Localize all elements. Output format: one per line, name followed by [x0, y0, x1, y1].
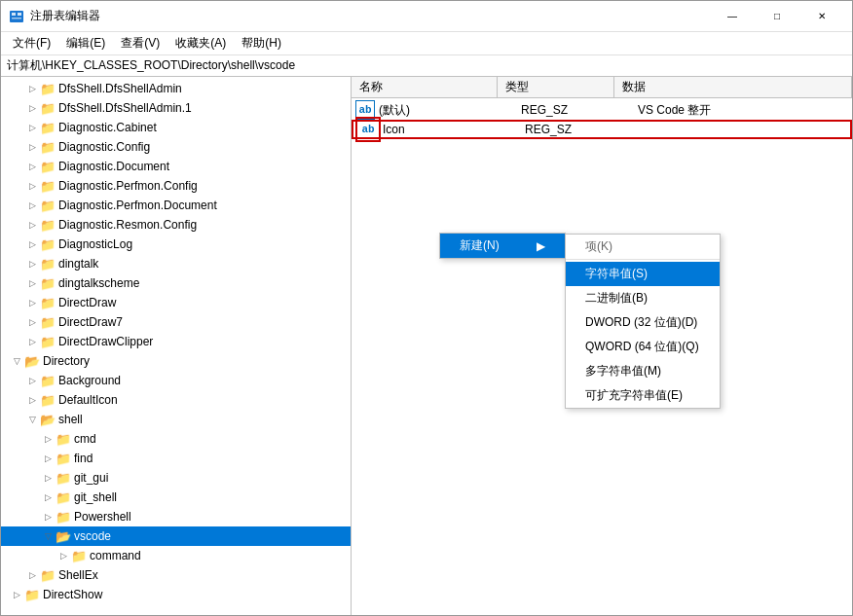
menu-bar: 文件(F) 编辑(E) 查看(V) 收藏夹(A) 帮助(H): [1, 32, 852, 55]
tree-item-find[interactable]: ▷ find: [1, 449, 351, 468]
folder-icon: [40, 392, 56, 408]
expander-dingtalk: ▷: [24, 256, 40, 272]
submenu-item-dword[interactable]: DWORD (32 位值)(D): [566, 310, 720, 335]
col-header-data[interactable]: 数据: [614, 77, 852, 97]
expander-cmd: ▷: [40, 431, 56, 447]
expander-gitgui: ▷: [40, 470, 56, 486]
menu-favorites[interactable]: 收藏夹(A): [167, 33, 234, 54]
folder-icon: [24, 587, 40, 602]
reg-name: (默认): [379, 102, 521, 119]
expander-diagperfmondoc: ▷: [24, 198, 40, 213]
expander-dingtalkscheme: ▷: [24, 275, 40, 291]
tree-label: Diagnostic.Config: [58, 140, 150, 154]
folder-icon: [40, 275, 56, 291]
tree-item-shellex[interactable]: ▷ ShellEx: [1, 565, 351, 585]
tree-item-background[interactable]: ▷ Background: [1, 371, 351, 390]
submenu-item-string[interactable]: 字符串值(S): [566, 262, 720, 286]
tree-item-gitshell[interactable]: ▷ git_shell: [1, 488, 351, 507]
tree-label: DfsShell.DfsShellAdmin.1: [58, 101, 192, 115]
tree-item-powershell[interactable]: ▷ Powershell: [1, 507, 351, 526]
title-bar-left: 注册表编辑器: [9, 8, 100, 24]
expander-shellex: ▷: [24, 567, 40, 583]
menu-view[interactable]: 查看(V): [113, 33, 167, 54]
folder-icon: [40, 314, 56, 330]
menu-edit[interactable]: 编辑(E): [58, 33, 113, 54]
tree-label: Diagnostic.Cabinet: [58, 121, 157, 134]
tree-label: dingtalk: [58, 257, 98, 271]
submenu-item-qword[interactable]: QWORD (64 位值)(Q): [566, 335, 720, 359]
folder-icon: [56, 451, 71, 466]
context-menu-new[interactable]: 新建(N) ▶ 项(K) 字符串值(S) 二进制值(B) DWORD (32 位…: [440, 234, 565, 258]
tree-item-gitgui[interactable]: ▷ git_gui: [1, 468, 351, 488]
reg-type: REG_SZ: [521, 103, 638, 117]
maximize-button[interactable]: □: [755, 1, 799, 32]
tree-item-diagdoc[interactable]: ▷ Diagnostic.Document: [1, 157, 351, 176]
tree-label: shell: [58, 413, 83, 426]
registry-row-default[interactable]: ab (默认) REG_SZ VS Code 整开: [352, 100, 852, 120]
tree-item-directdraw7[interactable]: ▷ DirectDraw7: [1, 312, 351, 332]
tree-item-shell[interactable]: ▽ shell: [1, 410, 351, 429]
tree-item-diagperfmonconfig[interactable]: ▷ Diagnostic.Perfmon.Config: [1, 176, 351, 196]
expander-directshow: ▷: [9, 587, 24, 602]
minimize-button[interactable]: —: [710, 1, 755, 32]
submenu-item-multistring[interactable]: 多字符串值(M): [566, 359, 720, 383]
window-title: 注册表编辑器: [30, 8, 100, 24]
tree-label: DefaultIcon: [58, 393, 118, 407]
reg-type-icon: ab: [358, 120, 378, 139]
submenu-item-key[interactable]: 项(K): [566, 235, 720, 260]
tree-label: find: [74, 452, 93, 465]
expander-dfsshelladmin: ▷: [24, 81, 40, 96]
tree-item-vscode[interactable]: ▽ vscode: [1, 526, 351, 546]
tree-item-defaulticon[interactable]: ▷ DefaultIcon: [1, 390, 351, 410]
tree-item-dfsshelladmin1[interactable]: ▷ DfsShell.DfsShellAdmin.1: [1, 98, 351, 118]
expander-find: ▷: [40, 451, 56, 466]
menu-file[interactable]: 文件(F): [5, 33, 58, 54]
tree-item-dfsshelladmin[interactable]: ▷ DfsShell.DfsShellAdmin: [1, 79, 351, 98]
expander-shell: ▽: [24, 412, 40, 427]
folder-icon: [40, 373, 56, 388]
expander-dfsshelladmin1: ▷: [24, 100, 40, 116]
folder-icon: [40, 236, 56, 252]
folder-open-icon: [56, 528, 71, 544]
expander-diagperfmonconfig: ▷: [24, 178, 40, 194]
menu-help[interactable]: 帮助(H): [234, 33, 289, 54]
folder-open-icon: [40, 412, 56, 427]
tree-panel[interactable]: ▷ DfsShell.DfsShellAdmin ▷ DfsShell.DfsS…: [1, 77, 352, 615]
submenu-item-binary[interactable]: 二进制值(B): [566, 286, 720, 310]
tree-item-diagresmon[interactable]: ▷ Diagnostic.Resmon.Config: [1, 215, 351, 235]
tree-item-diagconfig[interactable]: ▷ Diagnostic.Config: [1, 137, 351, 157]
tree-item-diagperfmondoc[interactable]: ▷ Diagnostic.Perfmon.Document: [1, 196, 351, 215]
tree-item-diagcabinet[interactable]: ▷ Diagnostic.Cabinet: [1, 118, 351, 137]
expander-gitshell: ▷: [40, 489, 56, 505]
tree-item-directory[interactable]: ▽ Directory: [1, 351, 351, 371]
registry-row-icon[interactable]: ab Icon REG_SZ: [352, 120, 852, 139]
tree-item-directdraw[interactable]: ▷ DirectDraw: [1, 293, 351, 312]
col-header-type[interactable]: 类型: [498, 77, 614, 97]
close-button[interactable]: ✕: [799, 1, 844, 32]
main-window: 注册表编辑器 — □ ✕ 文件(F) 编辑(E) 查看(V) 收藏夹(A) 帮助…: [0, 0, 853, 616]
tree-item-cmd[interactable]: ▷ cmd: [1, 429, 351, 449]
tree-item-directshow[interactable]: ▷ DirectShow: [1, 585, 351, 604]
tree-label: cmd: [74, 432, 96, 446]
col-header-name[interactable]: 名称: [352, 77, 498, 97]
tree-label: vscode: [74, 529, 111, 543]
tree-label: Background: [58, 374, 121, 387]
expander-diagresmon: ▷: [24, 217, 40, 233]
folder-icon: [40, 256, 56, 272]
folder-icon: [56, 431, 71, 447]
expander-vscode: ▽: [40, 528, 56, 544]
tree-item-diaglog[interactable]: ▷ DiagnosticLog: [1, 235, 351, 254]
right-panel: 名称 类型 数据 ab (默认) REG_SZ VS Code 整开 ab: [352, 77, 852, 615]
tree-item-directdrawclipper[interactable]: ▷ DirectDrawClipper: [1, 332, 351, 351]
folder-icon: [71, 548, 87, 563]
title-bar: 注册表编辑器 — □ ✕: [1, 1, 852, 32]
folder-icon: [40, 334, 56, 349]
tree-item-dingtalk[interactable]: ▷ dingtalk: [1, 254, 351, 273]
title-controls: — □ ✕: [710, 1, 844, 32]
tree-item-command[interactable]: ▷ command: [1, 546, 351, 565]
folder-icon: [56, 509, 71, 525]
tree-item-dingtalkscheme[interactable]: ▷ dingtalkscheme: [1, 273, 351, 293]
folder-icon: [40, 81, 56, 96]
tree-label: dingtalkscheme: [58, 276, 139, 290]
submenu-item-expandstring[interactable]: 可扩充字符串值(E): [566, 383, 720, 408]
